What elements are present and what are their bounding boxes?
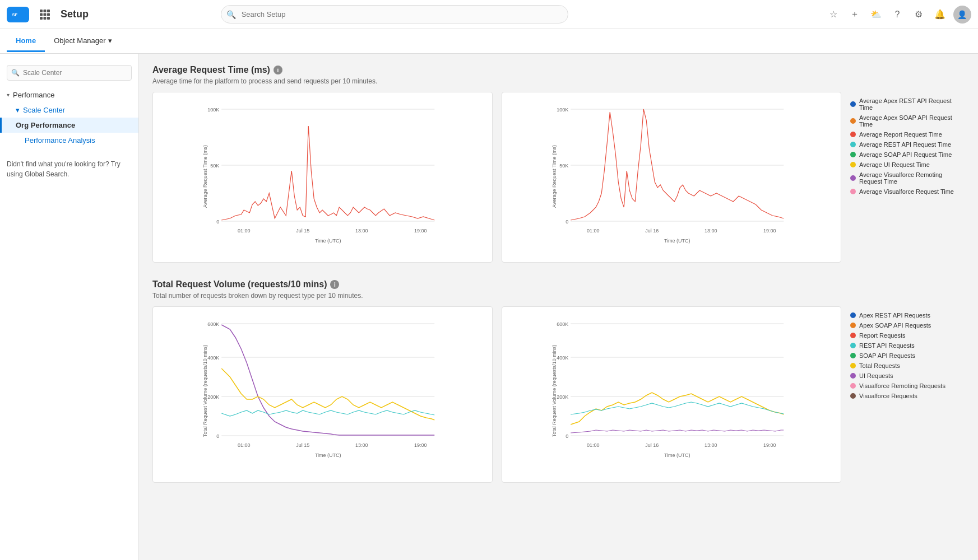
section2-title: Total Request Volume (requests/10 mins) … <box>152 279 965 290</box>
legend-dot <box>850 363 856 368</box>
section2-charts-and-legend: Total Request Volume (requests/10 mins) … <box>152 306 965 483</box>
svg-text:400K: 400K <box>207 355 219 361</box>
section1-legend: Average Apex REST API Request Time Avera… <box>841 92 965 263</box>
svg-text:Jul 16: Jul 16 <box>645 442 659 448</box>
search-input[interactable] <box>221 5 568 24</box>
add-button[interactable]: ＋ <box>847 7 863 22</box>
legend-item: Average Apex REST API Request Time <box>850 97 965 111</box>
section2-legend: Apex REST API Requests Apex SOAP API Req… <box>841 306 965 483</box>
sidebar-search-input[interactable] <box>7 65 132 81</box>
svg-text:Time (UTC): Time (UTC) <box>664 452 690 458</box>
sidebar: 🔍 ▾ Performance ▾ Scale Center Org Perfo… <box>0 54 139 560</box>
info-icon-section2[interactable]: i <box>330 280 339 289</box>
tab-object-manager[interactable]: Object Manager ▾ <box>45 31 121 52</box>
legend-item: Apex SOAP API Requests <box>850 322 965 329</box>
legend-item: UI Requests <box>850 372 965 379</box>
svg-text:19:00: 19:00 <box>414 442 427 448</box>
svg-text:13:00: 13:00 <box>355 442 368 448</box>
svg-rect-3 <box>44 10 47 12</box>
svg-text:50K: 50K <box>559 163 568 169</box>
svg-text:200K: 200K <box>557 394 568 400</box>
help-button[interactable]: ? <box>889 7 905 22</box>
section2-desc: Total number of requests broken down by … <box>152 292 965 300</box>
svg-text:01:00: 01:00 <box>586 442 599 448</box>
sidebar-sub-group-scale-center: ▾ Scale Center Org Performance Performan… <box>0 102 138 148</box>
svg-text:400K: 400K <box>557 355 568 361</box>
sidebar-item-org-performance[interactable]: Org Performance <box>0 118 138 133</box>
svg-text:Time (UTC): Time (UTC) <box>664 238 690 244</box>
legend-dot <box>850 393 856 399</box>
legend-dot <box>850 175 856 181</box>
svg-rect-8 <box>40 17 43 20</box>
svg-text:200K: 200K <box>207 394 219 400</box>
svg-text:50K: 50K <box>210 163 219 169</box>
svg-text:0: 0 <box>216 433 219 439</box>
legend-dot <box>850 189 856 194</box>
avatar[interactable]: 👤 <box>953 6 971 24</box>
chevron-down-icon-scale: ▾ <box>16 106 20 114</box>
legend-dot <box>850 162 856 167</box>
svg-text:Jul 15: Jul 15 <box>296 228 309 234</box>
app-launcher-button[interactable] <box>36 6 54 24</box>
sidebar-hint: Didn't find what you're looking for? Try… <box>0 150 138 188</box>
legend-item: REST API Requests <box>850 342 965 349</box>
svg-text:19:00: 19:00 <box>763 442 776 448</box>
svg-text:0: 0 <box>566 219 568 225</box>
legend-item: Average REST API Request Time <box>850 141 965 148</box>
section1-charts-and-legend: Average Request Time (ms) 100K 50K 0 01:… <box>152 92 965 263</box>
sidebar-item-label-org-performance: Org Performance <box>16 121 75 129</box>
legend-dot <box>850 118 856 124</box>
salesforce-logo: SF <box>7 7 29 22</box>
section1-title: Average Request Time (ms) i <box>152 65 965 75</box>
section-average-request-time: Average Request Time (ms) i Average time… <box>152 65 965 263</box>
legend-dot <box>850 101 856 107</box>
top-nav: SF Setup 🔍 ☆ ＋ ⛅ ? ⚙ 🔔 👤 <box>0 0 978 29</box>
legend-item: Average SOAP API Request Time <box>850 151 965 158</box>
sidebar-item-performance-analysis[interactable]: Performance Analysis <box>0 133 138 148</box>
settings-button[interactable]: ⚙ <box>911 7 926 22</box>
section1-chart1: Average Request Time (ms) 100K 50K 0 01:… <box>152 92 493 263</box>
search-icon: 🔍 <box>226 10 236 19</box>
svg-text:100K: 100K <box>207 107 219 113</box>
svg-text:Jul 15: Jul 15 <box>296 442 309 448</box>
section2-chart1: Total Request Volume (requests/10 mins) … <box>152 306 493 483</box>
legend-dot <box>850 373 856 379</box>
svg-text:01:00: 01:00 <box>238 228 251 234</box>
legend-dot <box>850 333 856 338</box>
legend-dot <box>850 142 856 147</box>
favorites-button[interactable]: ☆ <box>826 7 841 22</box>
chevron-down-icon: ▾ <box>108 36 112 45</box>
svg-text:Time (UTC): Time (UTC) <box>315 238 341 244</box>
notifications-button[interactable]: 🔔 <box>932 7 948 22</box>
sidebar-item-scale-center[interactable]: ▾ Scale Center <box>0 102 138 118</box>
help-lightning-button[interactable]: ⛅ <box>868 7 884 22</box>
svg-rect-4 <box>47 10 50 12</box>
section1-desc: Average time for the platform to process… <box>152 77 965 85</box>
svg-text:Time (UTC): Time (UTC) <box>315 452 341 458</box>
sidebar-search: 🔍 <box>0 60 138 85</box>
section1-header: Average Request Time (ms) i Average time… <box>152 65 965 85</box>
svg-rect-2 <box>40 10 43 12</box>
info-icon-section1[interactable]: i <box>274 66 282 74</box>
chevron-down-icon: ▾ <box>7 92 10 98</box>
sidebar-group-label-performance: Performance <box>13 91 54 99</box>
legend-item: Average Visualforce Request Time <box>850 188 965 195</box>
legend-dot <box>850 353 856 358</box>
legend-item: SOAP API Requests <box>850 352 965 359</box>
tab-home[interactable]: Home <box>7 31 45 52</box>
layout: 🔍 ▾ Performance ▾ Scale Center Org Perfo… <box>0 54 978 560</box>
nav-icons: ☆ ＋ ⛅ ? ⚙ 🔔 👤 <box>826 6 971 24</box>
legend-item: Average Visualforce Remoting Request Tim… <box>850 171 965 185</box>
svg-text:Average Request Time (ms): Average Request Time (ms) <box>202 145 208 208</box>
svg-text:SF: SF <box>12 12 17 17</box>
svg-rect-5 <box>40 13 43 16</box>
sidebar-item-label-performance-analysis: Performance Analysis <box>25 136 95 144</box>
svg-text:Jul 16: Jul 16 <box>645 228 659 234</box>
legend-item: Average UI Request Time <box>850 161 965 168</box>
legend-item: Average Report Request Time <box>850 131 965 138</box>
sidebar-item-label-scale-center: Scale Center <box>23 106 65 114</box>
svg-rect-9 <box>44 17 47 20</box>
sidebar-group-header-performance[interactable]: ▾ Performance <box>0 87 138 102</box>
svg-rect-6 <box>44 13 47 16</box>
legend-dot <box>850 383 856 389</box>
